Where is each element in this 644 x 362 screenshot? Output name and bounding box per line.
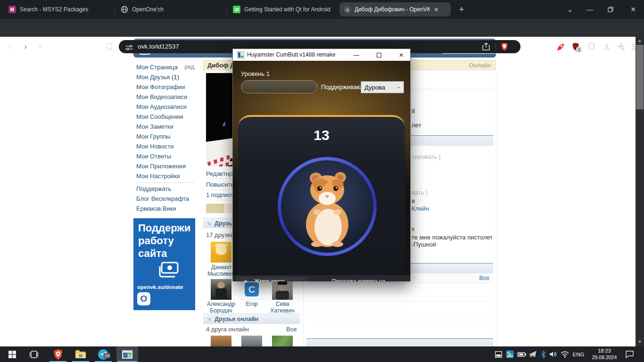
- link-fragment[interactable]: Клейн: [412, 205, 429, 212]
- friend-avatar[interactable]: [272, 279, 293, 300]
- sidebar-item-apps[interactable]: Мои Приложения: [136, 163, 196, 170]
- sell-hamster-button[interactable]: Продажа хомяка на органы: [310, 277, 408, 281]
- friend-first-name[interactable]: Александр: [207, 301, 235, 307]
- extensions-puzzle-icon[interactable]: [587, 42, 596, 53]
- friend-last-name[interactable]: Бородач: [207, 307, 235, 314]
- tab-close-icon[interactable]: ✕: [434, 6, 439, 13]
- friends-online-all-link[interactable]: Все: [286, 326, 297, 333]
- audios-all-link[interactable]: Все: [479, 275, 489, 281]
- hamster-image: [299, 169, 355, 249]
- url-text[interactable]: ovk.to/id12537: [138, 43, 179, 50]
- click-hamster-button[interactable]: Жмяк жмяк хомяка: [236, 277, 308, 281]
- window-restore-button[interactable]: [603, 0, 619, 19]
- page-scrollbar[interactable]: [636, 37, 644, 346]
- app-close-button[interactable]: ✕: [393, 49, 409, 61]
- sidebar-item-wiki[interactable]: Ермаков.Вики: [136, 205, 196, 212]
- task-view-button[interactable]: [25, 346, 43, 362]
- bookmark-icon[interactable]: [104, 41, 115, 52]
- sidebar-item-my-page[interactable]: Моя Страница ред.: [136, 64, 196, 71]
- donate-line2: работу: [138, 235, 174, 247]
- sidebar-item-audios[interactable]: Мои Аудиозаписи: [136, 103, 196, 110]
- bluetooth-icon[interactable]: [539, 346, 547, 362]
- language-indicator[interactable]: ENG: [571, 346, 586, 362]
- taskbar-brave-icon[interactable]: [49, 346, 67, 362]
- support-dropdown[interactable]: Дурова ⌄: [361, 81, 404, 93]
- site-settings-icon[interactable]: [125, 44, 133, 52]
- friend-first-name[interactable]: Егор: [238, 301, 266, 307]
- sidebar-item-settings[interactable]: Мои Настройки: [136, 173, 196, 180]
- sidebar-item-blog[interactable]: Блог Веселкрафта: [136, 195, 196, 202]
- action-center-icon[interactable]: [623, 346, 636, 362]
- sidebar-item-notes[interactable]: Мои Заметки: [136, 123, 196, 130]
- next-section-header: [306, 338, 493, 346]
- scroll-up-arrow[interactable]: [638, 40, 642, 42]
- tab-qt[interactable]: Qt Getting Started with Qt for Android: [228, 0, 337, 19]
- friend-avatar[interactable]: C: [241, 279, 262, 300]
- audio-track-row[interactable]: beatMARIO — Night of Nights 03:11: [306, 283, 493, 302]
- audio-track-row[interactable]: Галилео — Пятница 00:17: [306, 320, 493, 338]
- sparkles-icon[interactable]: [617, 42, 625, 53]
- brave-shield-icon[interactable]: [500, 42, 509, 53]
- tray-window-icon[interactable]: [493, 346, 504, 362]
- battery-icon[interactable]: [516, 346, 527, 362]
- donate-banner[interactable]: Поддержи работу сайта openvk.su/donate O: [133, 218, 195, 310]
- rocket-icon[interactable]: [556, 42, 565, 53]
- friend-last-name[interactable]: Хаткевич: [268, 307, 297, 314]
- content-right-border: [496, 70, 496, 346]
- hamster-app-window[interactable]: Huyamster CumButt v1488 remake — ✕ Урове…: [232, 49, 411, 281]
- friend-last-name[interactable]: Мысливец: [207, 271, 235, 277]
- app-maximize-button[interactable]: [371, 49, 387, 61]
- friend-avatar[interactable]: [211, 242, 231, 263]
- hamster-card: 13: [238, 115, 405, 281]
- hamster-circle[interactable]: [281, 160, 373, 253]
- hamster-button-bar: Жмяк жмяк хомяка Продажа хомяка на орган…: [233, 275, 410, 281]
- tray-telegram-icon[interactable]: [527, 346, 537, 362]
- friend-first-name[interactable]: Сева: [268, 301, 297, 307]
- edit-fragment: тировать ]: [412, 153, 440, 160]
- sidebar-item-videos[interactable]: Мои Видеозаписи: [136, 93, 196, 100]
- sidebar-item-messages[interactable]: Мои Сообщения: [136, 113, 196, 120]
- back-button[interactable]: ‹: [5, 41, 16, 52]
- hamster-window-titlebar[interactable]: Huyamster CumButt v1488 remake — ✕: [233, 49, 410, 61]
- donate-line3: сайта: [138, 247, 167, 260]
- forward-button[interactable]: ›: [20, 41, 31, 52]
- sidebar-item-news[interactable]: Мои Новости: [136, 143, 196, 150]
- friend-avatar[interactable]: [211, 279, 231, 300]
- friends-online-section-header[interactable]: ↘ Друзья онлайн: [203, 313, 300, 324]
- taskbar-hamster-app-icon[interactable]: [116, 346, 138, 362]
- sidebar-item-answers[interactable]: Мои Ответы: [136, 153, 196, 160]
- tab-msys2[interactable]: M Search - MSYS2 Packages: [4, 0, 113, 19]
- window-minimize-button[interactable]: —: [582, 0, 598, 19]
- taskbar-explorer-icon[interactable]: [71, 346, 90, 362]
- tab-openonech[interactable]: OpenOne'ch: [116, 0, 225, 19]
- tray-time: 18:23: [590, 347, 619, 354]
- sidebar-item-photos[interactable]: Мои Фотографии: [136, 83, 196, 90]
- taskbar-telegram-icon[interactable]: .03: [94, 346, 113, 362]
- tab-label: Дибоф Дибофович - OpenVK: [355, 6, 430, 13]
- info-fragment: 8: [412, 107, 415, 115]
- tab-openvk-active[interactable]: o Дибоф Дибофович - OpenVK ✕: [339, 2, 451, 16]
- scroll-down-arrow[interactable]: [638, 341, 642, 343]
- volume-icon[interactable]: [548, 346, 558, 362]
- window-close-button[interactable]: ✕: [625, 0, 641, 19]
- download-icon[interactable]: [603, 42, 611, 53]
- audio-track-row[interactable]: Joost — Luchtballon 02:28: [306, 302, 493, 320]
- tray-clock[interactable]: 18:23 29.08.2024: [590, 347, 619, 361]
- new-tab-button[interactable]: +: [454, 0, 470, 19]
- stop-button[interactable]: ✕: [35, 41, 46, 52]
- wifi-icon[interactable]: [560, 346, 570, 362]
- tab-search-chevron-icon[interactable]: ⌄: [562, 0, 578, 19]
- sidebar-item-friends[interactable]: Мои Друзья (1): [136, 74, 196, 81]
- friend-first-name[interactable]: Даниил: [207, 264, 235, 271]
- red-shield-icon[interactable]: 1: [571, 42, 580, 53]
- browser-tab-bar: M Search - MSYS2 Packages OpenOne'ch Qt …: [0, 0, 644, 19]
- collapse-arrow-icon: ↘: [206, 315, 211, 322]
- start-button[interactable]: [3, 346, 22, 362]
- app-minimize-button[interactable]: —: [348, 49, 364, 61]
- scrollbar-thumb[interactable]: [636, 45, 644, 109]
- tray-app-icon[interactable]: [504, 346, 515, 362]
- sidebar-item-support[interactable]: Поддержать: [136, 185, 196, 192]
- share-icon[interactable]: [482, 42, 490, 53]
- edit-link[interactable]: ред.: [185, 64, 196, 70]
- sidebar-item-groups[interactable]: Мои Группы: [136, 133, 196, 140]
